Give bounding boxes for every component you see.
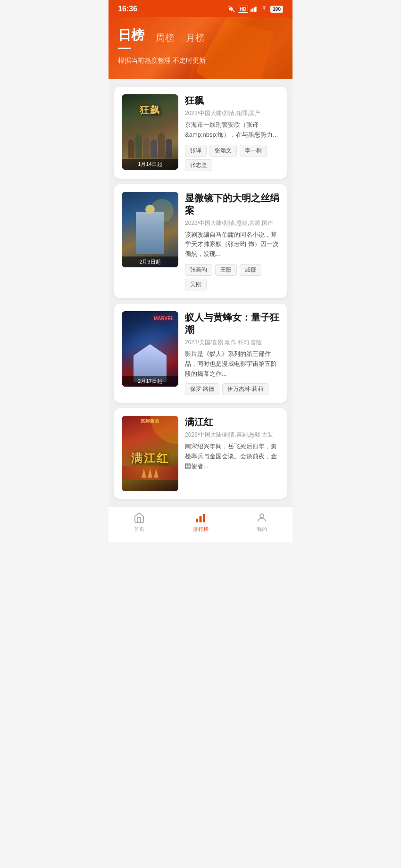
bottom-navigation: 首页 排行榜 我的 <box>109 506 292 542</box>
movie-list: 狂飙 1月14日起 狂飙 2023/中国大陆/剧情,犯罪,国产 京海市一线刑警安… <box>109 79 292 506</box>
poster-date-1: 1月14日起 <box>122 159 178 170</box>
ranking-icon <box>194 512 207 524</box>
status-bar: 16:36 HD 100 <box>109 0 292 17</box>
tag-3-2[interactable]: 伊万杰琳·莉莉 <box>222 383 268 395</box>
svg-rect-2 <box>252 8 254 12</box>
status-time: 16:36 <box>118 5 137 13</box>
poster-date-2: 2月9日起 <box>122 256 178 267</box>
tag-2-4[interactable]: 吴刚 <box>185 279 207 290</box>
movie-desc-3: 影片是《蚁人》系列的第三部作品，同时也是漫威电影宇宙第五阶段的揭幕之作... <box>185 349 279 379</box>
nav-profile[interactable]: 我的 <box>248 512 276 533</box>
tab-daily[interactable]: 日榜 <box>118 26 144 46</box>
movie-title-1: 狂飙 <box>185 94 279 107</box>
poster-date-3: 2月17日起 <box>122 376 178 387</box>
wifi-icon <box>260 6 268 12</box>
movie-title-2: 显微镜下的大明之丝绢案 <box>185 192 279 216</box>
signal-icon <box>251 6 258 12</box>
movie-title-3: 蚁人与黄蜂女：量子狂潮 <box>185 311 279 336</box>
home-icon <box>133 512 145 524</box>
movie-meta-3: 2023/美国/喜剧,动作,科幻,冒险 <box>185 339 279 347</box>
movie-title-4: 满江红 <box>185 416 279 428</box>
nav-home-label: 首页 <box>134 526 144 533</box>
tag-2-3[interactable]: 戚薇 <box>240 264 261 276</box>
movie-info-2: 显微镜下的大明之丝绢案 2023/中国大陆/剧情,悬疑,古装,国产 该剧改编自马… <box>185 192 279 290</box>
movie-tags-1: 张译 张颂文 李一桐 张志坚 <box>185 145 279 171</box>
movie-poster-2: 2月9日起 <box>122 192 178 267</box>
tab-weekly[interactable]: 周榜 <box>156 32 175 46</box>
tag-2-2[interactable]: 王阳 <box>215 264 237 276</box>
tag-1-2[interactable]: 张颂文 <box>209 145 237 157</box>
status-icons: HD 100 <box>228 5 283 13</box>
movie-poster-1: 狂飙 1月14日起 <box>122 94 178 170</box>
movie-desc-2: 该剧改编自马伯庸的同名小说，算学天才帅家默（张若昀 饰）因一次偶然，发现... <box>185 230 279 259</box>
svg-rect-1 <box>251 9 252 12</box>
movie-card-1[interactable]: 狂飙 1月14日起 狂飙 2023/中国大陆/剧情,犯罪,国产 京海市一线刑警安… <box>114 87 287 179</box>
svg-rect-3 <box>254 8 255 12</box>
movie-meta-2: 2023/中国大陆/剧情,悬疑,古装,国产 <box>185 219 279 227</box>
movie-tags-2: 张若昀 王阳 戚薇 吴刚 <box>185 264 279 290</box>
movie-desc-1: 京海市一线刑警安欣（张译 &amp;nbsp;饰），在与黑恶势力... <box>185 120 279 140</box>
movie-poster-4: 笑到最后 满江红 <box>122 416 178 491</box>
svg-rect-4 <box>255 7 257 12</box>
svg-rect-5 <box>196 519 198 522</box>
nav-ranking[interactable]: 排行榜 <box>186 512 215 533</box>
tab-navigation: 日榜 周榜 月榜 <box>118 26 283 46</box>
movie-card-3[interactable]: MARVEL 2月17日起 蚁人与黄蜂女：量子狂潮 2023/美国/喜剧,动作,… <box>114 304 287 403</box>
movie-info-1: 狂飙 2023/中国大陆/剧情,犯罪,国产 京海市一线刑警安欣（张译 &amp;… <box>185 94 279 171</box>
movie-card-4[interactable]: 笑到最后 满江红 满江红 2023/中国大陆/剧情,喜剧,悬疑,古装 南宋绍兴年… <box>114 408 287 499</box>
tag-2-1[interactable]: 张若昀 <box>185 264 212 276</box>
profile-icon <box>256 512 268 524</box>
svg-rect-6 <box>200 516 202 522</box>
tab-monthly[interactable]: 月榜 <box>186 32 205 46</box>
movie-tags-3: 保罗·路德 伊万杰琳·莉莉 <box>185 383 279 395</box>
svg-point-8 <box>260 514 264 518</box>
nav-home[interactable]: 首页 <box>125 512 153 533</box>
tag-3-1[interactable]: 保罗·路德 <box>185 383 219 395</box>
header: 日榜 周榜 月榜 根据当前热度整理 不定时更新 <box>109 17 292 79</box>
movie-poster-3: MARVEL 2月17日起 <box>122 311 178 387</box>
movie-card-2[interactable]: 2月9日起 显微镜下的大明之丝绢案 2023/中国大陆/剧情,悬疑,古装,国产 … <box>114 184 287 298</box>
nav-ranking-label: 排行榜 <box>193 526 209 533</box>
hd-badge: HD <box>238 6 248 13</box>
movie-meta-1: 2023/中国大陆/剧情,犯罪,国产 <box>185 109 279 117</box>
nav-profile-label: 我的 <box>257 526 267 533</box>
mute-icon <box>228 5 235 13</box>
battery-icon: 100 <box>270 6 283 13</box>
movie-info-3: 蚁人与黄蜂女：量子狂潮 2023/美国/喜剧,动作,科幻,冒险 影片是《蚁人》系… <box>185 311 279 395</box>
movie-info-4: 满江红 2023/中国大陆/剧情,喜剧,悬疑,古装 南宋绍兴年间，岳飞死后四年，… <box>185 416 279 491</box>
movie-desc-4: 南宋绍兴年间，岳飞死后四年，秦桧率兵与金国会谈。会谈前夜，金国使者... <box>185 442 279 471</box>
svg-rect-7 <box>203 514 205 522</box>
movie-meta-4: 2023/中国大陆/剧情,喜剧,悬疑,古装 <box>185 431 279 439</box>
tag-1-4[interactable]: 张志坚 <box>185 159 212 171</box>
tag-1-3[interactable]: 李一桐 <box>240 145 267 157</box>
tag-1-1[interactable]: 张译 <box>185 145 207 157</box>
header-subtitle: 根据当前热度整理 不定时更新 <box>118 57 283 65</box>
